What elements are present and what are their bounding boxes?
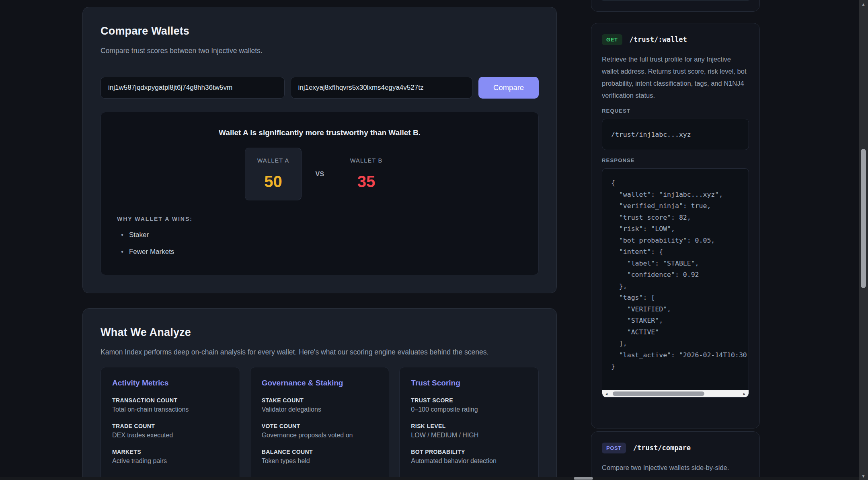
analyze-item: TRADE COUNT DEX trades executed — [112, 423, 228, 439]
analyze-item-desc: Total on-chain transactions — [112, 406, 228, 413]
page-vertical-scrollbar[interactable]: ▲ ▼ — [859, 0, 868, 480]
analyze-column-activity-metrics: Activity Metrics TRANSACTION COUNT Total… — [101, 367, 240, 480]
analyze-column-heading: Trust Scoring — [411, 379, 527, 387]
analyze-item: TRANSACTION COUNT Total on-chain transac… — [112, 397, 228, 413]
comparison-verdict: Wallet A is significantly more trustwort… — [117, 128, 522, 137]
get-trust-wallet-card: GET /trust/:wallet Retrieve the full tru… — [591, 23, 760, 428]
page-horizontal-scrollbar-thumb[interactable] — [574, 477, 593, 480]
analyze-item-desc: Governance proposals voted on — [262, 432, 378, 439]
compare-wallets-title: Compare Wallets — [101, 25, 539, 37]
analyze-item: TRUST SCORE 0–100 composite rating — [411, 397, 527, 413]
analyze-item-desc: Validator delegations — [262, 406, 378, 413]
score-row: WALLET A 50 VS WALLET B 35 — [117, 148, 522, 200]
code-block-partial — [600, 0, 751, 1]
endpoint-header: POST /trust/compare — [602, 442, 749, 453]
compare-wallets-subtitle: Compare trust scores between two Injecti… — [101, 45, 533, 57]
scroll-left-arrow-icon[interactable]: ◀ — [603, 390, 610, 397]
analyze-item-label: TRADE COUNT — [112, 423, 228, 429]
analyze-columns: Activity Metrics TRANSACTION COUNT Total… — [101, 367, 539, 480]
analyze-item-label: RISK LEVEL — [411, 423, 527, 429]
comparison-result-panel: Wallet A is significantly more trustwort… — [101, 112, 539, 275]
reason-item: • Staker — [117, 231, 522, 239]
reasons-title: WHY WALLET A WINS: — [117, 216, 522, 222]
analyze-item-label: BOT PROBABILITY — [411, 449, 527, 455]
bullet-icon: • — [121, 231, 123, 239]
endpoint-description: Retrieve the full trust profile for any … — [602, 53, 749, 101]
analyze-item-desc: DEX trades executed — [112, 432, 228, 439]
post-method-badge: POST — [602, 443, 626, 453]
wallet-b-score-card: WALLET B 35 — [338, 148, 395, 200]
response-json: { "wallet": "inj1abc...xyz", "verified_n… — [602, 169, 749, 390]
scroll-up-arrow-icon[interactable]: ▲ — [859, 1, 868, 7]
analyze-item: VOTE COUNT Governance proposals voted on — [262, 423, 378, 439]
analyze-item-label: BALANCE COUNT — [262, 449, 378, 455]
page-vertical-scrollbar-thumb[interactable] — [861, 149, 866, 288]
wallet-b-input[interactable] — [291, 77, 473, 99]
vs-label: VS — [315, 171, 324, 178]
analyze-item-desc: 0–100 composite rating — [411, 406, 527, 413]
get-method-badge: GET — [602, 34, 622, 45]
analyze-item: RISK LEVEL LOW / MEDIUM / HIGH — [411, 423, 527, 439]
request-code-block: /trust/inj1abc...xyz — [602, 119, 749, 150]
scroll-down-arrow-icon[interactable]: ▼ — [859, 473, 868, 479]
scroll-right-arrow-icon[interactable]: ▶ — [741, 390, 748, 397]
reason-text: Staker — [129, 231, 149, 239]
reason-text: Fewer Markets — [129, 248, 174, 256]
reason-item: • Fewer Markets — [117, 248, 522, 256]
analyze-item-label: VOTE COUNT — [262, 423, 378, 429]
analyze-item: STAKE COUNT Validator delegations — [262, 397, 378, 413]
request-label: REQUEST — [602, 108, 749, 114]
analyze-item: BALANCE COUNT Token types held — [262, 449, 378, 465]
compare-wallets-card: Compare Wallets Compare trust scores bet… — [82, 7, 557, 293]
analyze-item-desc: Automated behavior detection — [411, 457, 527, 465]
bullet-icon: • — [121, 248, 123, 256]
endpoint-path: /trust/:wallet — [630, 35, 687, 43]
compare-button[interactable]: Compare — [478, 77, 539, 99]
wallet-a-score: 50 — [264, 173, 282, 191]
main-content-column: Compare Wallets Compare trust scores bet… — [82, 7, 557, 480]
response-code-block: { "wallet": "inj1abc...xyz", "verified_n… — [602, 168, 749, 398]
post-trust-compare-card: POST /trust/compare Compare two Injectiv… — [591, 431, 760, 480]
response-horizontal-scrollbar[interactable]: ◀ ▶ — [602, 390, 749, 397]
analyze-item-desc: LOW / MEDIUM / HIGH — [411, 432, 527, 439]
what-we-analyze-title: What We Analyze — [101, 326, 539, 339]
wallet-a-input[interactable] — [101, 77, 285, 99]
analyze-item: BOT PROBABILITY Automated behavior detec… — [411, 449, 527, 465]
horizontal-scrollbar-thumb[interactable] — [613, 391, 704, 396]
page-root: { "compare_section": { "title": "Compare… — [0, 0, 868, 480]
analyze-column-governance-staking: Governance & Staking STAKE COUNT Validat… — [250, 367, 390, 480]
analyze-column-trust-scoring: Trust Scoring TRUST SCORE 0–100 composit… — [399, 367, 539, 480]
wallet-b-score: 35 — [357, 173, 376, 191]
what-we-analyze-card: What We Analyze Kamon Index performs dee… — [82, 308, 557, 480]
analyze-item-desc: Active trading pairs — [112, 457, 228, 465]
endpoint-header: GET /trust/:wallet — [602, 34, 749, 45]
response-label: RESPONSE — [602, 157, 749, 163]
analyze-item-label: MARKETS — [112, 449, 228, 455]
page-horizontal-scrollbar[interactable] — [0, 477, 859, 480]
compare-input-row: Compare — [101, 77, 539, 99]
previous-endpoint-card-partial — [591, 0, 760, 12]
endpoint-path: /trust/compare — [633, 444, 691, 452]
analyze-item-label: STAKE COUNT — [262, 397, 378, 404]
analyze-column-heading: Governance & Staking — [262, 379, 378, 387]
wallet-a-score-card: WALLET A 50 — [245, 148, 302, 200]
wallet-a-label: WALLET A — [257, 157, 289, 164]
analyze-column-heading: Activity Metrics — [112, 379, 228, 387]
analyze-item-label: TRANSACTION COUNT — [112, 397, 228, 404]
what-we-analyze-subtitle: Kamon Index performs deep on-chain analy… — [101, 346, 533, 358]
analyze-item-label: TRUST SCORE — [411, 397, 527, 404]
wallet-b-label: WALLET B — [350, 157, 383, 164]
analyze-item: MARKETS Active trading pairs — [112, 449, 228, 465]
analyze-item-desc: Token types held — [262, 457, 378, 465]
